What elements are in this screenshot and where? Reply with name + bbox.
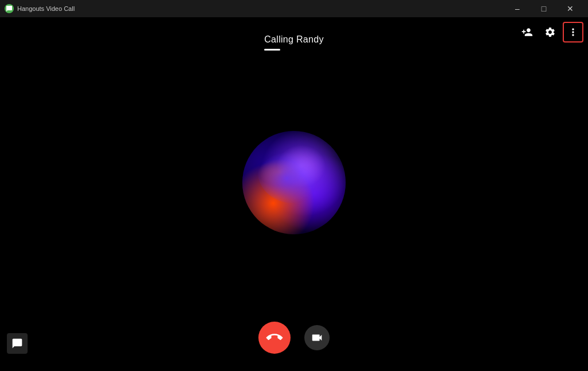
top-controls — [517, 22, 583, 42]
video-area: Calling Randy — [0, 17, 588, 371]
avatar-image — [242, 131, 346, 234]
avatar-container — [242, 131, 346, 234]
more-options-icon — [567, 26, 579, 38]
chat-icon — [11, 338, 23, 349]
minimize-button[interactable]: – — [504, 0, 531, 17]
bottom-controls — [258, 322, 330, 354]
settings-icon — [544, 26, 556, 38]
title-bar-left: Hangouts Video Call — [5, 4, 75, 13]
camera-icon — [311, 331, 323, 344]
settings-button[interactable] — [540, 22, 560, 42]
title-bar: Hangouts Video Call – □ ✕ — [0, 0, 588, 17]
chat-button[interactable] — [7, 333, 28, 354]
window-controls: – □ ✕ — [504, 0, 583, 17]
app-icon — [5, 4, 14, 13]
more-options-button[interactable] — [563, 22, 583, 42]
maximize-button[interactable]: □ — [531, 0, 557, 17]
loading-indicator — [264, 49, 280, 51]
avatar — [242, 131, 346, 234]
camera-button[interactable] — [304, 325, 330, 350]
calling-status: Calling Randy — [264, 34, 324, 45]
add-person-icon — [521, 26, 533, 38]
end-call-icon — [263, 326, 286, 349]
add-person-button[interactable] — [517, 22, 537, 42]
close-button[interactable]: ✕ — [557, 0, 583, 17]
window-title: Hangouts Video Call — [17, 5, 75, 12]
end-call-button[interactable] — [258, 322, 291, 354]
